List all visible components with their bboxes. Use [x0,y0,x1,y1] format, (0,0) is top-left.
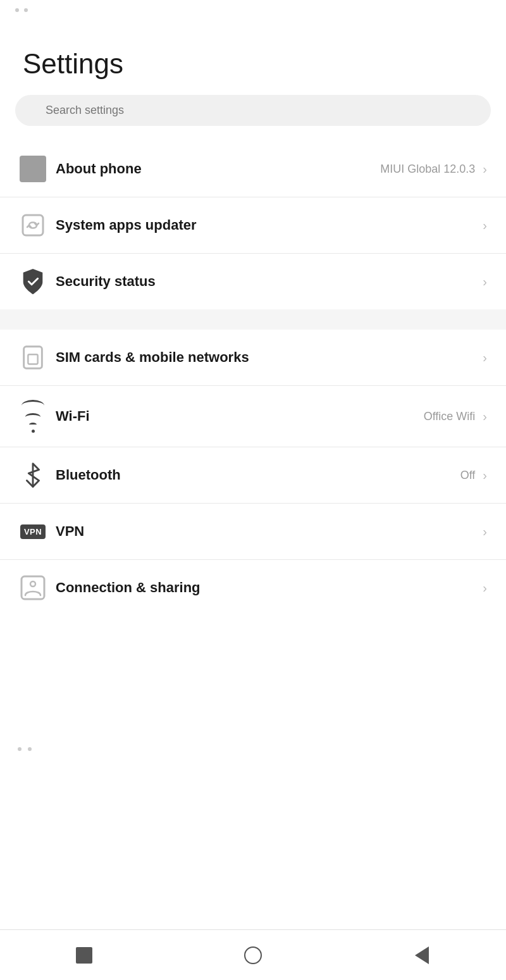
sim-icon [20,344,46,371]
settings-group-1: About phone MIUI Global 12.0.3 › System … [0,141,506,309]
nav-indicator-dot [28,747,32,751]
page-title: Settings [0,18,506,95]
wifi-label: Wi-Fi [56,408,424,425]
wifi-icon [22,400,44,433]
connection-sharing-item[interactable]: Connection & sharing › [0,560,506,616]
status-dot [24,8,28,12]
phone-icon-container [15,156,51,182]
connection-icon-container [15,574,51,602]
wifi-value: Office Wifi [424,410,476,423]
nav-indicator-dot [18,747,22,751]
security-status-label: Security status [56,273,475,290]
back-icon [415,946,429,964]
bluetooth-value: Off [460,469,476,482]
vpn-item[interactable]: VPN VPN › [0,504,506,559]
bluetooth-icon [22,461,44,489]
connection-icon [19,574,47,602]
about-phone-label: About phone [56,161,380,177]
recents-icon [76,947,92,964]
svg-point-7 [30,581,35,586]
connection-sharing-label: Connection & sharing [56,580,475,596]
svg-rect-4 [28,354,37,364]
chevron-icon: › [483,275,487,289]
sim-cards-item[interactable]: SIM cards & mobile networks › [0,330,506,385]
sim-icon-container [15,344,51,371]
vpn-icon: VPN [20,524,46,539]
chevron-icon: › [483,468,487,483]
wifi-arc-small [29,423,37,426]
chevron-icon: › [483,524,487,539]
chevron-icon: › [483,581,487,595]
vpn-content: VPN › [56,523,487,540]
connection-sharing-content: Connection & sharing › [56,580,487,596]
search-input[interactable] [15,95,491,126]
settings-group-2: SIM cards & mobile networks › Wi-Fi Offi… [0,330,506,616]
shield-icon-container [15,268,51,295]
sim-cards-content: SIM cards & mobile networks › [56,349,487,366]
recents-button[interactable] [59,936,109,974]
svg-line-5 [27,481,33,487]
system-apps-updater-label: System apps updater [56,217,475,233]
system-apps-updater-content: System apps updater › [56,217,487,233]
security-status-item[interactable]: Security status › [0,254,506,309]
bluetooth-icon-container [15,461,51,489]
phone-icon [20,156,46,182]
vpn-label: VPN [56,523,475,540]
security-status-content: Security status › [56,273,487,290]
system-apps-updater-item[interactable]: System apps updater › [0,197,506,253]
chevron-icon: › [483,350,487,365]
chevron-icon: › [483,218,487,233]
about-phone-content: About phone MIUI Global 12.0.3 › [56,161,487,177]
wifi-icon-container [15,400,51,433]
home-button[interactable] [228,936,278,974]
wifi-arc-medium [25,413,40,421]
chevron-icon: › [483,409,487,424]
svg-rect-2 [23,215,43,235]
bottom-spacer [0,616,506,742]
navigation-bar [0,929,506,980]
section-gap [0,309,506,330]
svg-rect-3 [24,347,42,368]
about-phone-value: MIUI Global 12.0.3 [380,163,475,176]
status-bar [0,0,506,18]
sim-cards-label: SIM cards & mobile networks [56,349,475,366]
wifi-content: Wi-Fi Office Wifi › [56,408,487,425]
home-icon [244,946,262,964]
bluetooth-item[interactable]: Bluetooth Off › [0,447,506,503]
updater-icon-container [15,211,51,239]
shield-icon [20,268,46,295]
search-wrapper [15,95,491,126]
vpn-icon-container: VPN [15,524,51,539]
status-dot [15,8,19,12]
wifi-arc-large [22,400,44,411]
bluetooth-label: Bluetooth [56,467,460,483]
back-button[interactable] [397,936,447,974]
nav-indicator [0,742,506,756]
wifi-item[interactable]: Wi-Fi Office Wifi › [0,386,506,447]
wifi-dot [32,430,35,433]
chevron-icon: › [483,162,487,177]
about-phone-item[interactable]: About phone MIUI Global 12.0.3 › [0,141,506,197]
search-bar-container [0,95,506,141]
bluetooth-content: Bluetooth Off › [56,467,487,483]
updater-icon [19,211,47,239]
